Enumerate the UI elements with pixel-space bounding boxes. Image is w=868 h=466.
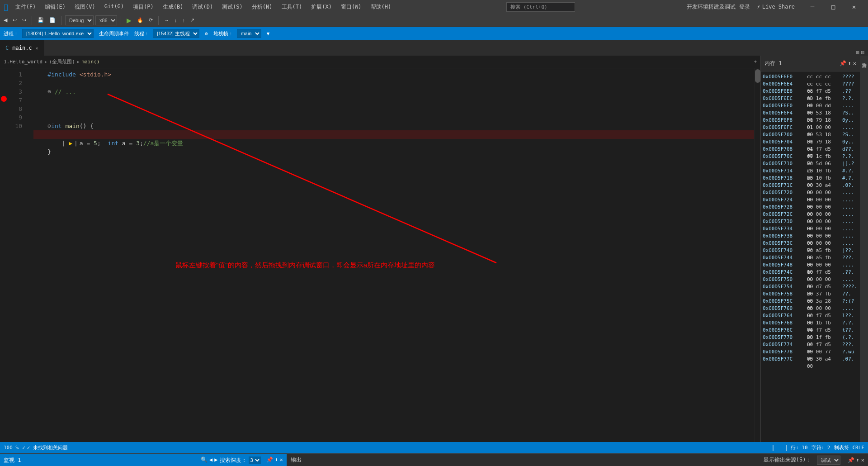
breakpoint-gutter	[0, 68, 8, 442]
mem-chars-6: 0y..	[842, 117, 854, 124]
mem-addr-19: 0x00D5F72C	[763, 211, 803, 218]
redo-button[interactable]: ↪	[20, 16, 28, 24]
live-share-button[interactable]: ⚡ Live Share	[754, 3, 798, 11]
continue-button[interactable]: ▶	[125, 16, 133, 25]
close-button[interactable]: ✕	[844, 0, 864, 14]
tab-mainc[interactable]: C main.c ✕	[0, 40, 44, 56]
float-icon[interactable]: ⬆	[848, 60, 851, 67]
tab-info: 制表符	[834, 444, 849, 451]
zoom-level[interactable]: 100 %	[4, 445, 19, 451]
line-num-9: 9	[8, 113, 22, 122]
process-dropdown[interactable]: [18024] 1.Hello_world.exe	[22, 29, 94, 38]
save-button[interactable]: 💾	[36, 16, 46, 24]
editor-vscroll[interactable]	[754, 68, 760, 442]
menu-extensions[interactable]: 扩展(X)	[307, 2, 335, 12]
menu-test[interactable]: 测试(S)	[218, 2, 246, 12]
code-editor[interactable]: 1 2 3 7 8 9 10 #include <stdio.h> ⊕ // .…	[0, 68, 760, 442]
watch-back-icon[interactable]: ◀	[209, 456, 212, 464]
mem-bytes-32: 00 00 00 00	[807, 305, 839, 312]
watch-float-icon[interactable]: ⬆	[275, 456, 278, 464]
menu-view[interactable]: 视图(V)	[71, 2, 99, 12]
memory-panel-actions: 📌 ⬆ ✕	[840, 60, 856, 67]
sep2	[61, 16, 61, 25]
output-pin-icon[interactable]: 📌	[848, 457, 854, 463]
mem-addr-39: 0x00D5F77C	[763, 356, 803, 363]
mem-addr-14: 0x00D5F718	[763, 175, 803, 182]
mem-addr-6: 0x00D5F6F8	[763, 117, 803, 124]
mem-bytes-25: 88 a5 fb 00	[807, 254, 839, 262]
output-source-select[interactable]: 调试	[817, 456, 840, 465]
menu-help[interactable]: 帮助(H)	[367, 2, 395, 12]
add-icon[interactable]: +	[754, 59, 757, 65]
debug-mode-dropdown[interactable]: Debug	[65, 15, 94, 25]
output-float-icon[interactable]: ⬆	[856, 457, 859, 463]
mem-row-19: 0x00D5F72C00 00 00 00....	[761, 211, 860, 218]
code-content[interactable]: #include <stdio.h> ⊕ // ... ⊖int main() …	[26, 68, 754, 442]
watch-pin-icon[interactable]: 📌	[266, 456, 273, 464]
menu-build[interactable]: 生成(B)	[159, 2, 187, 12]
function-label: main()	[82, 59, 100, 65]
step-over-btn[interactable]: →	[162, 17, 171, 24]
stop-button[interactable]: 🔥	[135, 16, 145, 24]
menu-analyze[interactable]: 分析(N)	[248, 2, 276, 12]
restart-button[interactable]: ⟳	[147, 16, 155, 24]
mem-row-9: 0x00D5F70430 79 18 010y..	[761, 138, 860, 146]
mem-row-13: 0x00D5F71423 10 fb 00#.?.	[761, 167, 860, 175]
run-to-cursor-btn[interactable]: ↗	[189, 16, 196, 24]
mem-bytes-5: f0 53 18 01	[807, 109, 839, 117]
menu-window[interactable]: 窗口(W)	[337, 2, 365, 12]
back-button[interactable]: ◀	[2, 16, 9, 24]
tab-close-btn[interactable]: ✕	[36, 46, 38, 51]
menu-git[interactable]: Git(G)	[101, 2, 127, 12]
no-issues-label: ✓ 未找到相关问题	[27, 444, 68, 451]
menu-edit[interactable]: 编辑(E)	[41, 2, 69, 12]
step-out-btn[interactable]: ↑	[181, 17, 187, 24]
mem-addr-3: 0x00D5F6EC	[763, 95, 803, 102]
mem-chars-28: ....	[842, 276, 854, 283]
scroll-left-btn[interactable]	[773, 445, 778, 451]
mem-row-10: 0x00D5F70864 f7 d5 00d??.	[761, 146, 860, 153]
watch-search-icon[interactable]: 🔍	[201, 456, 208, 464]
mem-bytes-34: 8d 1b fb 00	[807, 319, 839, 327]
minimize-button[interactable]: ─	[802, 0, 823, 14]
search-box[interactable]: 搜索 (Ctrl+Q)	[506, 2, 575, 12]
menu-project[interactable]: 项目(P)	[129, 2, 157, 12]
new-file-button[interactable]: 📄	[47, 16, 57, 24]
mem-chars-39: .0?.	[842, 356, 854, 363]
watch-close-icon[interactable]: ✕	[280, 456, 283, 464]
pin-icon[interactable]: 📌	[840, 60, 846, 67]
watch-depth-select[interactable]: 3	[249, 456, 261, 464]
maximize-button[interactable]: □	[823, 0, 844, 14]
rsb-solution-explorer[interactable]: 解决方案	[860, 57, 868, 61]
menu-file[interactable]: 文件(F)	[12, 2, 40, 12]
mem-row-20: 0x00D5F73000 00 00 00....	[761, 218, 860, 225]
expand-icon[interactable]: ⊟	[861, 49, 864, 56]
platform-dropdown[interactable]: x86	[95, 15, 117, 25]
editor-area: 1.Hello_world ▸ (全局范围) ▸ main() + 1 2 3 …	[0, 56, 760, 442]
no-issues[interactable]: ✓ ✓ 未找到相关问题	[22, 444, 68, 451]
menu-tools[interactable]: 工具(T)	[278, 2, 306, 12]
output-display-label: 显示输出来源(S)：	[764, 456, 811, 464]
mem-chars-34: ?.?.	[842, 319, 854, 327]
scroll-right-btn[interactable]	[782, 445, 787, 451]
vscroll-thumb[interactable]	[755, 69, 760, 83]
stack-dropdown[interactable]: main	[237, 29, 261, 38]
mem-chars-37: ???.	[842, 341, 854, 348]
mem-bytes-36: 28 1f fb 00	[807, 334, 839, 341]
split-icon[interactable]: ⊞	[856, 49, 859, 56]
mem-row-39: 0x00D5F77C00 30 a4 00.0?.	[761, 356, 860, 363]
thread-dropdown[interactable]: [15432] 主线程	[153, 29, 199, 38]
memory-content[interactable]: 0x00D5F6E0cc cc cc cc????0x00D5F6E4cc cc…	[761, 71, 860, 442]
mem-addr-11: 0x00D5F70C	[763, 153, 803, 160]
watch-forward-icon[interactable]: ▶	[214, 456, 217, 464]
mem-row-30: 0x00D5F75820 37 fb 00 7?.	[761, 290, 860, 298]
login-button[interactable]: 登录	[739, 3, 750, 11]
mem-chars-20: ....	[842, 218, 854, 225]
scope-label: (全局范围)	[49, 58, 75, 65]
close-icon[interactable]: ✕	[853, 60, 856, 67]
undo-button[interactable]: ↩	[11, 16, 19, 24]
output-close-icon[interactable]: ✕	[861, 457, 864, 463]
menu-debug[interactable]: 调试(D)	[189, 2, 217, 12]
mem-bytes-23: 00 00 00 00	[807, 240, 839, 247]
step-into-btn[interactable]: ↓	[173, 17, 179, 24]
